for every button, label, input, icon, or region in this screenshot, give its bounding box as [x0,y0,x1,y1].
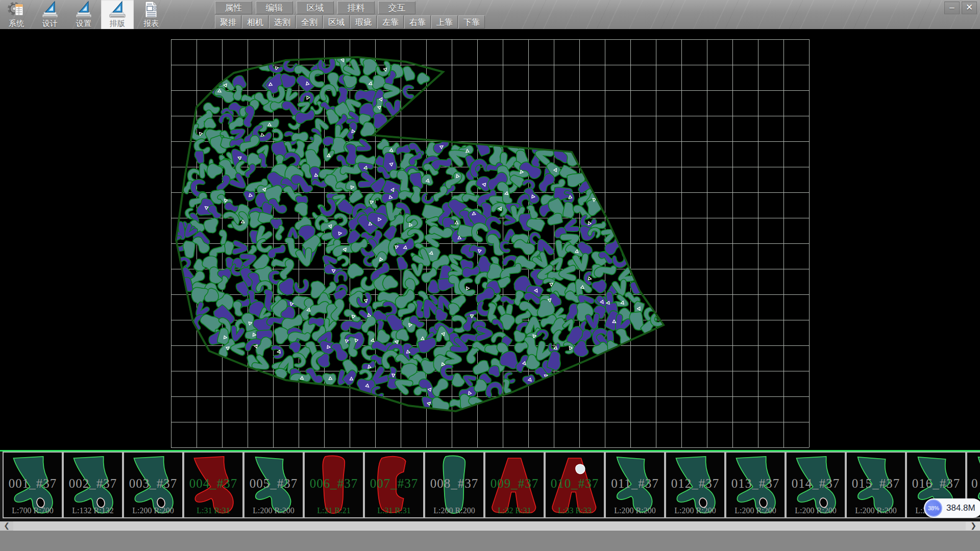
nav-tab-label: 设置 [76,19,91,28]
piece-thumbnail-001_#37[interactable]: 001_#37L:700 R:700 [3,452,63,518]
menu-item-属性[interactable]: 属性 [215,1,252,14]
piece-thumbnail-012_#37[interactable]: 012_#37L:200 R:200 [665,452,725,518]
ruler-icon [41,1,59,19]
piece-id-label: 001_#37 [4,477,62,491]
piece-thumbnail-006_#37[interactable]: 006_#37L:21 R:21 [304,452,364,518]
nav-tab-排版[interactable]: 排版 [101,0,134,29]
piece-thumbnail-010_#37[interactable]: 010_#37L:33 R:33 [545,452,605,518]
piece-lr-count-label: L:132 R:132 [64,506,122,515]
nav-tab-label: 排版 [110,19,125,28]
memory-value-label: 384.8M [942,503,980,513]
piece-thumbnail-008_#37[interactable]: 008_#37L:200 R:200 [424,452,484,518]
horizontal-scrollbar[interactable]: ❮ ❯ [0,521,980,531]
piece-thumbnail-011_#37[interactable]: 011_#37L:200 R:200 [605,452,665,518]
tool-button-下靠[interactable]: 下靠 [458,15,485,29]
tool-button-相机[interactable]: 相机 [242,15,268,29]
nav-tabs: 系统设计设置排版报表 [0,0,168,29]
nav-tab-报表[interactable]: 报表 [135,0,167,29]
window-controls: – ✕ [944,2,977,14]
piece-lr-count-label: L:31 R:31 [365,506,423,515]
piece-id-label: 012_#37 [666,477,724,491]
piece-id-label: 002_#37 [64,477,122,491]
piece-id-label: 016_#37 [907,477,965,491]
piece-id-label: 014_#37 [787,477,845,491]
menu-row: 属性编辑区域排料交互 [215,1,415,14]
tool-button-聚排[interactable]: 聚排 [215,15,241,29]
scroll-left-arrow-icon[interactable]: ❮ [0,521,13,531]
piece-thumbnail-015_#37[interactable]: 015_#37L:200 R:200 [846,452,906,518]
piece-lr-count-label: L:200 R:200 [124,506,182,515]
ruler-icon [108,1,127,19]
piece-lr-count-label: L:200 R:200 [666,506,724,515]
piece-id-label: 010_#37 [546,477,604,491]
nesting-canvas[interactable] [0,29,980,450]
menu-item-交互[interactable]: 交互 [378,1,415,14]
piece-id-label: 007_#37 [365,477,423,491]
piece-id-label: 011_#37 [606,477,664,491]
piece-lr-count-label: L:200 R:200 [726,506,785,515]
nav-tab-label: 系统 [9,19,24,28]
piece-thumbnail-014_#37[interactable]: 014_#37L:200 R:200 [786,452,846,518]
toolbar: 系统设计设置排版报表 属性编辑区域排料交互 聚排相机选割全割区域瑕疵左靠右靠上靠… [0,0,980,29]
tool-button-区域[interactable]: 区域 [323,15,350,29]
piece-id-label: 0 [967,477,980,491]
scroll-right-arrow-icon[interactable]: ❯ [967,521,980,531]
tool-button-选割[interactable]: 选割 [269,15,296,29]
nav-tab-系统[interactable]: 系统 [0,0,33,29]
minimize-button[interactable]: – [944,2,960,14]
piece-thumbnail-strip: 001_#37L:700 R:700002_#37L:132 R:132003_… [0,450,980,521]
piece-lr-count-label: L:700 R:700 [4,506,62,515]
scrollbar-thumb[interactable] [13,522,966,530]
piece-lr-count-label: L:200 R:200 [787,506,845,515]
piece-thumbnail-007_#37[interactable]: 007_#37L:31 R:31 [364,452,424,518]
piece-id-label: 009_#37 [485,477,544,491]
piece-thumbnail-004_#37[interactable]: 004_#37L:31 R:31 [183,452,243,518]
tool-row: 聚排相机选割全割区域瑕疵左靠右靠上靠下靠 [215,15,485,29]
piece-thumbnail-002_#37[interactable]: 002_#37L:132 R:132 [63,452,123,518]
piece-id-label: 008_#37 [425,477,483,491]
menu-item-区域[interactable]: 区域 [297,1,334,14]
piece-thumbnail-009_#37[interactable]: 009_#37L:32 R:31 [484,452,545,518]
piece-lr-count-label: L:31 R:31 [184,506,242,515]
piece-lr-count-label: L:33 R:33 [546,506,604,515]
piece-id-label: 013_#37 [726,477,785,491]
status-bar [0,531,980,551]
piece-id-label: 015_#37 [847,477,905,491]
tool-button-瑕疵[interactable]: 瑕疵 [350,15,377,29]
menu-item-排料[interactable]: 排料 [337,1,375,14]
piece-id-label: 003_#37 [124,477,182,491]
piece-lr-count-label: L:21 R:21 [305,506,363,515]
gear-icon [7,1,26,19]
piece-thumbnail-003_#37[interactable]: 003_#37L:200 R:200 [123,452,183,518]
progress-percent-circle: 38% [925,499,942,517]
close-button[interactable]: ✕ [962,2,977,14]
memory-usage-badge[interactable]: 38% 384.8M [924,498,980,518]
nav-tab-label: 设计 [42,19,58,28]
piece-id-label: 004_#37 [184,477,242,491]
nav-tab-label: 报表 [143,19,159,28]
piece-lr-count-label: L:32 R:31 [485,506,544,515]
piece-thumbnail-013_#37[interactable]: 013_#37L:200 R:200 [725,452,786,518]
piece-lr-count-label: L:200 R:200 [847,506,905,515]
nav-tab-设计[interactable]: 设计 [34,0,66,29]
tool-button-上靠[interactable]: 上靠 [431,15,458,29]
nesting-drawing [0,29,980,450]
piece-lr-count-label: L:200 R:200 [425,506,483,515]
tool-button-左靠[interactable]: 左靠 [377,15,404,29]
tool-button-全割[interactable]: 全割 [296,15,323,29]
piece-id-label: 005_#37 [244,477,303,491]
report-icon [142,1,160,19]
nav-tab-设置[interactable]: 设置 [67,0,100,29]
tool-button-右靠[interactable]: 右靠 [404,15,431,29]
piece-thumbnail-005_#37[interactable]: 005_#37L:200 R:200 [243,452,304,518]
piece-lr-count-label: L:200 R:200 [244,506,303,515]
piece-lr-count-label: L:200 R:200 [606,506,664,515]
ruler-icon [75,1,93,19]
progress-percent-label: 38% [928,505,939,511]
piece-id-label: 006_#37 [305,477,363,491]
menu-item-编辑[interactable]: 编辑 [256,1,293,14]
